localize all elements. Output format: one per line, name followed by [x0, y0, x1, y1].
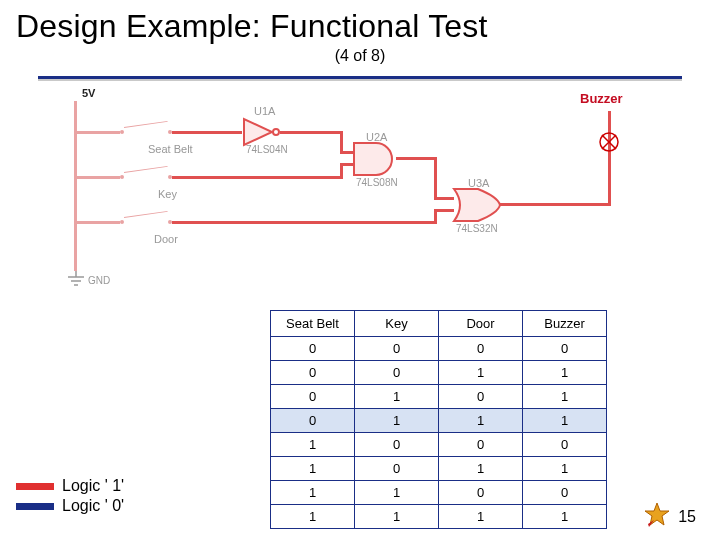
truth-table-cell: 1 — [439, 361, 523, 385]
switch-seat-belt — [120, 125, 172, 139]
not-gate-icon — [242, 117, 284, 147]
truth-table-cell: 0 — [439, 385, 523, 409]
truth-table-cell: 0 — [355, 361, 439, 385]
truth-table-cell: 1 — [439, 505, 523, 529]
table-row: 0111 — [271, 409, 607, 433]
gnd-label: GND — [88, 275, 110, 286]
truth-table-header: Buzzer — [523, 311, 607, 337]
switch-door-label: Door — [154, 233, 178, 245]
u1a-ref: U1A — [254, 105, 275, 117]
buzzer-label: Buzzer — [580, 91, 623, 106]
u1a-part: 74LS04N — [246, 144, 288, 155]
rail-5v-label: 5V — [82, 87, 95, 99]
table-row: 1100 — [271, 481, 607, 505]
legend-swatch-logic0 — [16, 503, 54, 510]
truth-table-cell: 0 — [271, 361, 355, 385]
truth-table-cell: 0 — [271, 385, 355, 409]
truth-table-cell: 1 — [523, 409, 607, 433]
truth-table-cell: 0 — [439, 481, 523, 505]
and-gate-icon — [352, 141, 398, 177]
or-gate-icon — [452, 187, 502, 223]
ground-icon — [66, 271, 86, 289]
buzzer-lamp-icon — [598, 131, 620, 153]
table-row: 1111 — [271, 505, 607, 529]
table-row: 0011 — [271, 361, 607, 385]
truth-table-cell: 1 — [355, 481, 439, 505]
switch-seat-belt-label: Seat Belt — [148, 143, 193, 155]
u2a-part: 74LS08N — [356, 177, 398, 188]
table-row: 0101 — [271, 385, 607, 409]
truth-table-cell: 0 — [523, 337, 607, 361]
truth-table-cell: 1 — [523, 361, 607, 385]
truth-table-header: Seat Belt — [271, 311, 355, 337]
truth-table-cell: 0 — [523, 433, 607, 457]
truth-table-cell: 1 — [523, 457, 607, 481]
table-row: 0000 — [271, 337, 607, 361]
table-row: 1000 — [271, 433, 607, 457]
switch-door — [120, 215, 172, 229]
page-subtitle: (4 of 8) — [0, 47, 720, 65]
truth-table-cell: 1 — [355, 385, 439, 409]
truth-table-cell: 1 — [523, 505, 607, 529]
truth-table-cell: 1 — [355, 409, 439, 433]
truth-table-cell: 0 — [439, 337, 523, 361]
truth-table-cell: 1 — [523, 385, 607, 409]
truth-table-cell: 0 — [355, 337, 439, 361]
truth-table-header: Key — [355, 311, 439, 337]
truth-table-cell: 0 — [439, 433, 523, 457]
legend-swatch-logic1 — [16, 483, 54, 490]
circuit-diagram: 5V Seat Belt Key Door U1A 74LS04N U2A 74… — [40, 91, 680, 291]
switch-key — [120, 170, 172, 184]
legend-logic0-label: Logic ' 0' — [62, 496, 124, 516]
truth-table: Seat BeltKeyDoorBuzzer 00000011010101111… — [270, 310, 607, 529]
truth-table-cell: 0 — [355, 433, 439, 457]
switch-key-label: Key — [158, 188, 177, 200]
truth-table-cell: 1 — [271, 433, 355, 457]
truth-table-cell: 1 — [271, 457, 355, 481]
svg-point-1 — [273, 129, 279, 135]
truth-table-cell: 0 — [271, 337, 355, 361]
title-underline — [38, 71, 682, 81]
page-star-icon — [644, 502, 670, 528]
page-number: 15 — [678, 508, 696, 526]
u3a-part: 74LS32N — [456, 223, 498, 234]
table-row: 1011 — [271, 457, 607, 481]
truth-table-cell: 1 — [439, 457, 523, 481]
logic-legend: Logic ' 1' Logic ' 0' — [16, 476, 124, 516]
truth-table-cell: 1 — [271, 481, 355, 505]
truth-table-cell: 1 — [439, 409, 523, 433]
truth-table-cell: 1 — [355, 505, 439, 529]
truth-table-cell: 0 — [523, 481, 607, 505]
svg-marker-0 — [244, 119, 272, 145]
svg-marker-9 — [645, 503, 669, 525]
page-title: Design Example: Functional Test — [0, 0, 720, 45]
u2a-ref: U2A — [366, 131, 387, 143]
legend-logic1-label: Logic ' 1' — [62, 476, 124, 496]
truth-table-header: Door — [439, 311, 523, 337]
truth-table-cell: 1 — [271, 505, 355, 529]
u3a-ref: U3A — [468, 177, 489, 189]
truth-table-cell: 0 — [355, 457, 439, 481]
truth-table-cell: 0 — [271, 409, 355, 433]
